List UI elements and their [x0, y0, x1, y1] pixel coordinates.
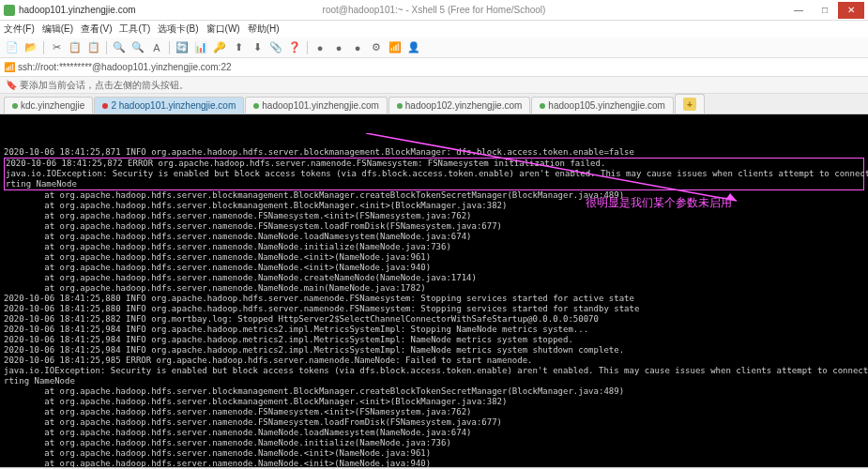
log-line: 2020-10-06 18:41:25,882 INFO org.mortbay… [4, 314, 599, 324]
title-center: root@hadoop101:~ - Xshell 5 (Free for Ho… [323, 5, 546, 15]
title-host: hadoop101.yinzhengjie.com [19, 5, 136, 15]
menu-edit[interactable]: 编辑(E) [42, 23, 73, 36]
log-line: at org.apache.hadoop.hdfs.server.namenod… [4, 283, 426, 293]
tab-label: 2 hadoop101.yinzhengjie.com [111, 100, 236, 111]
log-line: at org.apache.hadoop.hdfs.server.namenod… [4, 242, 451, 251]
separator [106, 41, 107, 54]
address-text[interactable]: ssh://root:*********@hadoop101.yinzhengj… [18, 62, 232, 72]
status-dot-icon [397, 103, 403, 109]
stats-icon[interactable]: 📊 [192, 39, 209, 56]
tab-label: hadoop101.yinzhengjie.com [262, 100, 379, 111]
cut-icon[interactable]: ✂ [48, 39, 65, 56]
log-line: 2020-10-06 18:41:25,984 INFO org.apache.… [4, 345, 624, 355]
log-line: at org.apache.hadoop.hdfs.server.namenod… [4, 448, 431, 458]
close-button[interactable]: ✕ [838, 2, 864, 19]
log-line: 2020-10-06 18:41:25,880 INFO org.apache.… [4, 294, 634, 303]
log-line: at org.apache.hadoop.hdfs.server.namenod… [4, 232, 472, 241]
link-add-session[interactable]: 🔖 要添加当前会话，点击左侧的箭头按钮。 [6, 79, 189, 92]
minimize-button[interactable]: — [785, 2, 812, 19]
terminal[interactable]: 很明显是我们某个参数未启用 2020-10-06 18:41:25,871 IN… [0, 114, 868, 467]
separator [43, 41, 44, 54]
menu-file[interactable]: 文件(F) [4, 23, 35, 36]
log-line: at org.apache.hadoop.hdfs.server.namenod… [4, 273, 477, 282]
app-icon [4, 5, 15, 16]
status-dot-icon [12, 103, 18, 109]
font-icon[interactable]: A [148, 39, 165, 56]
log-line: at org.apache.hadoop.hdfs.server.namenod… [4, 438, 451, 447]
tab-label: kdc.yinzhengjie [21, 100, 84, 111]
log-line: 2020-10-06 18:41:25,984 INFO org.apache.… [4, 335, 573, 344]
maximize-button[interactable]: □ [812, 2, 838, 19]
copy-icon[interactable]: 📋 [67, 39, 84, 56]
menu-tab[interactable]: 选项卡(B) [158, 23, 198, 36]
status-dot-icon [253, 103, 259, 109]
log-line: at org.apache.hadoop.hdfs.server.namenod… [4, 428, 472, 437]
log-line: at org.apache.hadoop.hdfs.server.namenod… [4, 263, 431, 272]
status-dot-icon [540, 103, 545, 109]
help-icon[interactable]: ❓ [286, 39, 303, 56]
log-line: at org.apache.hadoop.hdfs.server.namenod… [4, 252, 431, 262]
log-highlight: 2020-10-06 18:41:25,872 ERROR org.apache… [4, 158, 864, 190]
menu-window[interactable]: 窗口(W) [206, 23, 240, 36]
log-line: at org.apache.hadoop.hdfs.server.namenod… [4, 459, 431, 467]
dot2-icon[interactable]: ● [330, 39, 347, 56]
zoom-out-icon[interactable]: 🔍 [129, 39, 146, 56]
zoom-in-icon[interactable]: 🔍 [111, 39, 128, 56]
log-line: at org.apache.hadoop.hdfs.server.namenod… [4, 221, 502, 231]
log-line: at org.apache.hadoop.hdfs.server.blockma… [4, 190, 624, 200]
tab-hadoop105[interactable]: hadoop105.yinzhengjie.com [531, 97, 674, 113]
address-bar: 📶 ssh://root:*********@hadoop101.yinzhen… [0, 58, 868, 77]
menu-view[interactable]: 查看(V) [81, 23, 112, 36]
menu-help[interactable]: 帮助(H) [248, 23, 280, 36]
tab-label: hadoop102.yinzhengjie.com [405, 100, 523, 111]
new-icon[interactable]: 📄 [4, 39, 21, 56]
toolbar: 📄 📂 ✂ 📋 📋 🔍 🔍 A 🔄 📊 🔑 ⬆ ⬇ 📎 ❓ ● ● ● ⚙ 📶 … [0, 38, 868, 58]
refresh-icon[interactable]: 🔄 [174, 39, 190, 56]
tab-kdc[interactable]: kdc.yinzhengjie [4, 97, 93, 113]
tab-hadoop102[interactable]: hadoop102.yinzhengjie.com [388, 97, 531, 113]
tab-label: hadoop105.yinzhengjie.com [548, 100, 665, 111]
log-line: java.io.IOException: Security is enabled… [4, 366, 868, 386]
log-line: 2020-10-06 18:41:25,880 INFO org.apache.… [4, 304, 639, 313]
tab-bar: kdc.yinzhengjie 2 hadoop101.yinzhengjie.… [0, 94, 868, 114]
window-buttons: — □ ✕ [785, 2, 864, 19]
attach-icon[interactable]: 📎 [267, 39, 284, 56]
log-line: 2020-10-06 18:41:25,985 ERROR org.apache… [4, 356, 533, 365]
log-line: at org.apache.hadoop.hdfs.server.blockma… [4, 397, 507, 406]
tab-new[interactable]: + [675, 94, 705, 113]
menu-bar: 文件(F) 编辑(E) 查看(V) 工具(T) 选项卡(B) 窗口(W) 帮助(… [0, 21, 868, 38]
log-line: 2020-10-06 18:41:25,984 INFO org.apache.… [4, 325, 588, 334]
protocol-icon: 📶 [4, 62, 15, 72]
plus-icon: + [683, 98, 696, 111]
tab-hadoop101[interactable]: hadoop101.yinzhengjie.com [245, 97, 388, 113]
paste-icon[interactable]: 📋 [85, 39, 102, 56]
signal-icon[interactable]: 📶 [387, 39, 404, 56]
log-line: at org.apache.hadoop.hdfs.server.namenod… [4, 407, 472, 416]
open-icon[interactable]: 📂 [23, 39, 39, 56]
status-dot-icon [102, 103, 108, 109]
log-line: 2020-10-06 18:41:25,871 INFO org.apache.… [4, 147, 634, 157]
download-icon[interactable]: ⬇ [249, 39, 266, 56]
separator [307, 41, 308, 54]
menu-tools[interactable]: 工具(T) [119, 23, 150, 36]
tab-hadoop101-active[interactable]: 2 hadoop101.yinzhengjie.com [94, 97, 244, 113]
log-line: at org.apache.hadoop.hdfs.server.namenod… [4, 211, 472, 220]
link-bar: 🔖 要添加当前会话，点击左侧的箭头按钮。 [0, 77, 868, 94]
separator [169, 41, 170, 54]
log-line: at org.apache.hadoop.hdfs.server.namenod… [4, 417, 502, 427]
dot3-icon[interactable]: ● [349, 39, 366, 56]
title-bar: hadoop101.yinzhengjie.com root@hadoop101… [0, 0, 868, 21]
user-icon[interactable]: 👤 [405, 39, 422, 56]
log-line: at org.apache.hadoop.hdfs.server.blockma… [4, 386, 624, 396]
key-icon[interactable]: 🔑 [211, 39, 228, 56]
annotation-note: 很明显是我们某个参数未启用 [586, 198, 732, 208]
upload-icon[interactable]: ⬆ [230, 39, 247, 56]
gear-icon[interactable]: ⚙ [368, 39, 385, 56]
log-line: at org.apache.hadoop.hdfs.server.blockma… [4, 201, 507, 210]
dot1-icon[interactable]: ● [312, 39, 328, 56]
